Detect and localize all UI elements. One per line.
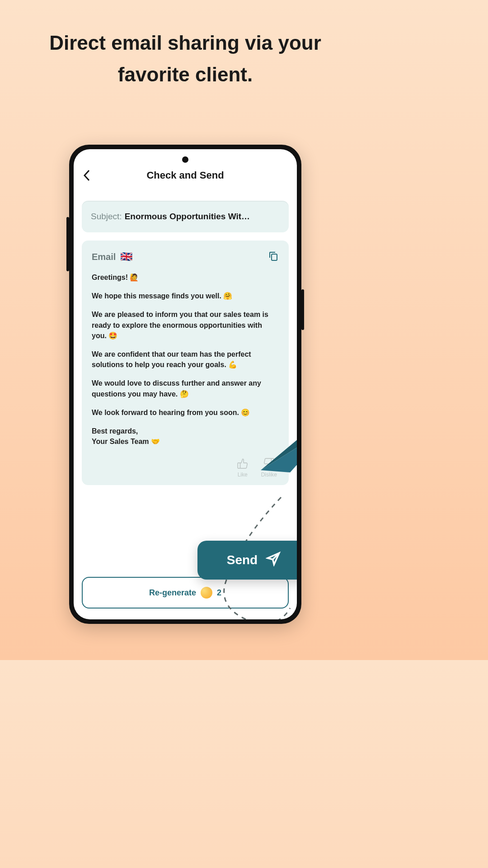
page-title: Check and Send — [97, 170, 273, 181]
email-header: Email 🇬🇧 — [92, 250, 279, 263]
regenerate-label: Re-generate — [149, 588, 196, 598]
paper-plane-icon — [256, 393, 297, 484]
screen: Check and Send Subject: Enormous Opportu… — [74, 149, 297, 619]
send-label: Send — [227, 553, 258, 567]
svg-rect-1 — [238, 463, 240, 468]
subject-value: Enormous Opportunities Wit… — [125, 212, 280, 222]
email-paragraph: We are confident that our team has the p… — [92, 349, 279, 370]
email-paragraph: We hope this message finds you well. 🤗 — [92, 291, 279, 301]
coin-icon — [201, 587, 212, 599]
email-paragraph: We are pleased to inform you that our sa… — [92, 309, 279, 341]
camera-notch — [182, 156, 188, 163]
send-icon — [266, 551, 281, 570]
side-button — [66, 217, 69, 271]
email-body: Greetings! 🙋 We hope this message finds … — [92, 272, 279, 447]
copy-icon[interactable] — [268, 250, 279, 263]
svg-rect-0 — [272, 254, 277, 260]
back-icon[interactable] — [83, 169, 97, 182]
language-flag-icon[interactable]: 🇬🇧 — [120, 251, 132, 263]
top-bar: Check and Send — [74, 149, 297, 190]
like-button[interactable]: Like — [237, 458, 249, 478]
content: Subject: Enormous Opportunities Wit… Ema… — [74, 190, 297, 570]
thumbs-up-icon — [237, 458, 249, 471]
regenerate-button[interactable]: Re-generate 2 — [82, 577, 289, 609]
email-paragraph: We would love to discuss further and ans… — [92, 378, 279, 399]
side-button — [301, 289, 304, 330]
send-button[interactable]: Send — [197, 541, 297, 580]
subject-label: Subject: — [91, 212, 122, 222]
svg-marker-6 — [261, 448, 297, 472]
email-label: Email — [92, 252, 116, 262]
email-paragraph: Best regards, Your Sales Team 🤝 — [92, 426, 279, 447]
page-headline: Direct email sharing via your favorite c… — [0, 0, 371, 109]
phone-frame: Check and Send Subject: Enormous Opportu… — [69, 145, 301, 624]
feedback-row: Like Dislike — [92, 455, 279, 479]
like-label: Like — [238, 472, 248, 478]
email-paragraph: Greetings! 🙋 — [92, 272, 279, 283]
email-paragraph: We look forward to hearing from you soon… — [92, 407, 279, 418]
regenerate-count: 2 — [217, 588, 221, 598]
subject-card[interactable]: Subject: Enormous Opportunities Wit… — [82, 201, 289, 232]
